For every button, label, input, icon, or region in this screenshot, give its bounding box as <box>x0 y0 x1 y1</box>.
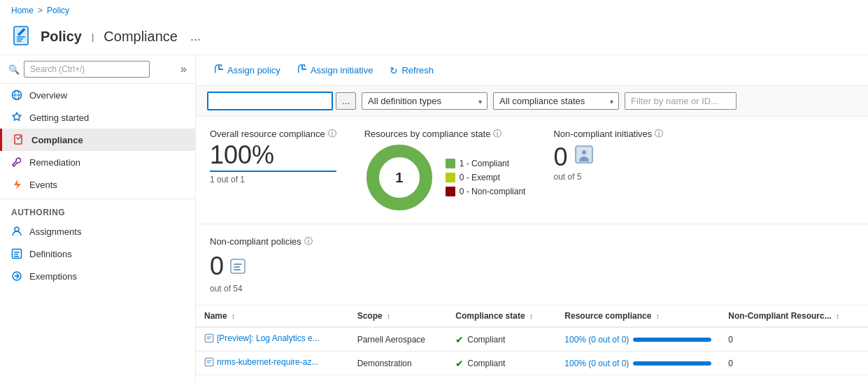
svg-rect-4 <box>17 41 22 42</box>
table-section: Name ↕ Scope ↕ Compliance state ↕ Reso <box>196 305 868 375</box>
svg-rect-2 <box>17 36 25 38</box>
progress-bar-0 <box>633 338 711 342</box>
sidebar: 🔍 » Overview Getting started Compliance <box>0 55 196 382</box>
cell-compliance-state-1: ✔ Compliant <box>447 352 556 375</box>
exempt-label: 0 - Exempt <box>460 173 500 182</box>
resources-by-state-block: Resources by compliance state ⓘ 1 <box>364 128 526 212</box>
col-compliance-state[interactable]: Compliance state ↕ <box>447 305 556 327</box>
sidebar-item-compliance-label: Compliance <box>31 135 83 145</box>
compliance-table: Name ↕ Scope ↕ Compliance state ↕ Reso <box>196 305 868 375</box>
definitions-icon <box>11 248 22 259</box>
stats-section: Overall resource compliance ⓘ 100% 1 out… <box>196 117 868 224</box>
cell-scope-1: Demonstration <box>349 352 448 375</box>
scope-sort-icon: ↕ <box>387 312 390 320</box>
search-input[interactable] <box>24 61 150 78</box>
overall-compliance-value: 100% <box>210 143 336 172</box>
main-layout: 🔍 » Overview Getting started Compliance <box>0 55 868 382</box>
lightning-icon <box>11 179 22 190</box>
compliance-states-select[interactable]: All compliance states <box>493 92 619 110</box>
scope-input[interactable]: Parnell Aerospace <box>207 92 333 110</box>
main-content: Assign policy Assign initiative ↻ Refres… <box>196 55 868 382</box>
policies-header: Non-compliant policies ⓘ <box>210 236 854 247</box>
exempt-dot <box>446 173 455 182</box>
sidebar-item-overview[interactable]: Overview <box>0 84 195 106</box>
sidebar-item-getting-started-label: Getting started <box>29 113 89 123</box>
compliant-icon-0: ✔ <box>455 334 464 345</box>
sidebar-item-events[interactable]: Events <box>0 173 195 196</box>
definition-types-select[interactable]: All definition types <box>362 92 488 110</box>
assign-initiative-button[interactable]: Assign initiative <box>290 61 380 80</box>
policies-sub: out of 54 <box>210 284 854 294</box>
breadcrumb-policy[interactable]: Policy <box>47 6 69 15</box>
col-non-compliant[interactable]: Non-Compliant Resourc... ↕ <box>720 305 868 327</box>
row-name-link-1[interactable]: nrms-kubernet-require-az... <box>217 357 318 367</box>
wrench-icon <box>11 157 22 168</box>
overall-compliance-block: Overall resource compliance ⓘ 100% 1 out… <box>210 128 336 185</box>
svg-rect-21 <box>234 266 240 268</box>
authoring-section-title: Authoring <box>0 198 195 220</box>
svg-rect-20 <box>234 263 242 265</box>
assign-policy-button[interactable]: Assign policy <box>207 61 287 80</box>
initiatives-info-icon[interactable]: ⓘ <box>655 128 663 140</box>
col-resource-compliance[interactable]: Resource compliance ↕ <box>556 305 720 327</box>
refresh-label: Refresh <box>401 65 434 75</box>
refresh-button[interactable]: ↻ Refresh <box>383 62 441 80</box>
svg-point-9 <box>15 227 19 231</box>
sidebar-item-definitions[interactable]: Definitions <box>0 243 195 265</box>
col-scope[interactable]: Scope ↕ <box>349 305 448 327</box>
progress-bar-wrap-1: 100% (0 out of 0) <box>564 359 711 368</box>
compliant-dot <box>446 159 455 168</box>
scope-browse-btn[interactable]: ... <box>336 92 356 110</box>
legend-item-compliant: 1 - Compliant <box>446 159 526 168</box>
sidebar-item-assignments[interactable]: Assignments <box>0 220 195 243</box>
cell-resource-compliance-1: 100% (0 out of 0) <box>556 352 720 375</box>
compliance-badge-1: ✔ Compliant <box>455 358 548 369</box>
non-compliant-sort-icon: ↕ <box>836 312 839 320</box>
search-box-container: 🔍 » <box>0 55 195 84</box>
cell-name-0: [Preview]: Log Analytics e... <box>196 327 349 352</box>
resources-by-state-info-icon[interactable]: ⓘ <box>493 128 501 140</box>
svg-rect-25 <box>207 338 211 339</box>
sidebar-item-compliance[interactable]: Compliance <box>0 129 195 151</box>
sidebar-item-remediation[interactable]: Remediation <box>0 151 195 173</box>
breadcrumb: Home > Policy <box>0 0 868 21</box>
legend-item-exempt: 0 - Exempt <box>446 173 526 182</box>
donut-center-value: 1 <box>395 170 403 186</box>
overall-compliance-label: Overall resource compliance ⓘ <box>210 128 336 140</box>
policies-info-icon[interactable]: ⓘ <box>304 236 313 247</box>
legend-item-non-compliant: 0 - Non-compliant <box>446 187 526 196</box>
sidebar-item-getting-started[interactable]: Getting started <box>0 106 195 129</box>
star-icon <box>11 112 22 123</box>
cell-scope-0: Parnell Aerospace <box>349 327 448 352</box>
cell-non-compliant-1: 0 <box>720 352 868 375</box>
globe-icon <box>11 89 22 101</box>
svg-rect-13 <box>14 256 19 257</box>
breadcrumb-home[interactable]: Home <box>11 6 34 15</box>
svg-rect-27 <box>207 360 212 361</box>
page-ellipsis[interactable]: ... <box>190 29 201 44</box>
search-icon: 🔍 <box>8 64 20 75</box>
row-name-link-0[interactable]: [Preview]: Log Analytics e... <box>217 333 320 343</box>
name-filter-input[interactable] <box>625 92 737 110</box>
svg-point-18 <box>582 150 586 154</box>
svg-rect-24 <box>207 336 212 337</box>
resource-compliance-text-0: 100% (0 out of 0) <box>564 335 629 345</box>
non-compliant-dot <box>446 187 455 196</box>
initiatives-sub: out of 5 <box>553 172 663 182</box>
compliance-state-sort-icon: ↕ <box>529 312 533 320</box>
definition-types-filter-wrap: All definition types <box>362 92 488 110</box>
col-name[interactable]: Name ↕ <box>196 305 349 327</box>
toolbar: Assign policy Assign initiative ↻ Refres… <box>196 55 868 86</box>
sidebar-item-remediation-label: Remediation <box>29 157 80 168</box>
page-title-sep: | <box>92 31 94 42</box>
collapse-btn[interactable]: » <box>180 63 187 75</box>
resource-compliance-text-1: 100% (0 out of 0) <box>564 359 629 368</box>
compliance-badge-0: ✔ Compliant <box>455 334 548 345</box>
row-policy-icon <box>204 333 214 343</box>
sidebar-item-exemptions[interactable]: Exemptions <box>0 265 195 287</box>
progress-fill-0 <box>633 338 711 342</box>
scope-filter: Parnell Aerospace ... <box>207 92 356 110</box>
resource-compliance-sort-icon: ↕ <box>656 312 660 320</box>
overall-compliance-info-icon[interactable]: ⓘ <box>328 128 336 140</box>
policies-section: Non-compliant policies ⓘ 0 out of 54 <box>196 224 868 305</box>
